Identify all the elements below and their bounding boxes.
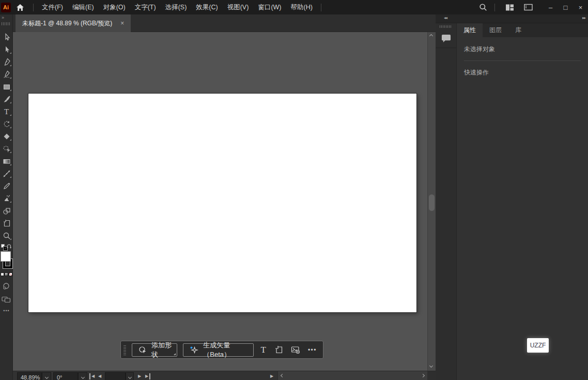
- taskbar-drag-grip[interactable]: [123, 345, 126, 355]
- tab-close-icon[interactable]: ×: [120, 20, 124, 27]
- canvas-area[interactable]: 添加形状 生成矢量 （Beta） T •••: [13, 32, 436, 371]
- panel-divider: [464, 60, 581, 61]
- import-image-button[interactable]: [290, 345, 301, 354]
- scroll-left-icon[interactable]: [281, 374, 284, 377]
- draw-mode-icon[interactable]: [2, 282, 10, 291]
- add-text-button[interactable]: T: [259, 345, 268, 355]
- document-tab-bar: 未标题-1 @ 48.89 % (RGB/预览) ×: [13, 14, 436, 32]
- selection-tool[interactable]: [0, 31, 13, 43]
- eraser-tool[interactable]: [0, 130, 13, 143]
- uzzf-watermark-badge: UZZF: [527, 338, 549, 353]
- rotate-tool[interactable]: [0, 118, 13, 130]
- menu-object[interactable]: 对象(O): [99, 0, 130, 14]
- menubar-right: – □ ×: [475, 0, 588, 14]
- rotation-field[interactable]: 0°: [53, 372, 78, 380]
- illustrator-window: Ai 文件(F) 编辑(E) 对象(O) 文字(T) 选择(S) 效果(C) 视…: [0, 0, 588, 380]
- contextual-task-bar: 添加形状 生成矢量 （Beta） T •••: [120, 341, 323, 359]
- curvature-tool[interactable]: [0, 68, 13, 81]
- generate-vector-label: 生成矢量 （Beta）: [203, 341, 247, 359]
- no-selection-text: 未选择对象: [464, 45, 588, 54]
- artboard[interactable]: [28, 94, 416, 312]
- fill-color-swatch[interactable]: [1, 251, 11, 262]
- maximize-button[interactable]: □: [558, 0, 573, 14]
- play-icon[interactable]: ▶: [270, 373, 273, 379]
- gradient-button[interactable]: [5, 272, 8, 276]
- minimize-button[interactable]: –: [543, 0, 558, 14]
- previous-artboard-button[interactable]: ◀: [98, 373, 101, 379]
- tools-panel: » T: [0, 14, 13, 380]
- screen-mode-icon[interactable]: [2, 295, 11, 303]
- menu-file[interactable]: 文件(F): [37, 0, 68, 14]
- zoom-tool[interactable]: [0, 230, 13, 242]
- scroll-up-icon[interactable]: [429, 34, 433, 38]
- expand-panels-icon[interactable]: ▸▸: [582, 16, 585, 20]
- menu-help[interactable]: 帮助(H): [286, 0, 317, 14]
- paintbrush-tool[interactable]: [0, 93, 13, 105]
- workspace-switcher-icon[interactable]: [502, 4, 517, 11]
- zoom-dropdown-button[interactable]: [42, 372, 51, 380]
- add-artboard-button[interactable]: [273, 345, 284, 354]
- artboard-dropdown-button[interactable]: [126, 372, 134, 380]
- menu-view[interactable]: 视图(V): [223, 0, 254, 14]
- toolbar-expand-icon[interactable]: »: [2, 15, 4, 20]
- document-tab-title: 未标题-1 @ 48.89 % (RGB/预览): [22, 19, 112, 28]
- menu-window[interactable]: 窗口(W): [253, 0, 286, 14]
- toolbar-drag-grip[interactable]: [2, 22, 11, 25]
- direct-selection-tool[interactable]: [0, 43, 13, 56]
- collapse-panels-icon[interactable]: ◂◂: [444, 16, 447, 20]
- type-tool[interactable]: T: [0, 105, 13, 118]
- panel-tab-bar: 属性 图层 库: [457, 23, 588, 37]
- artboard-tool[interactable]: [0, 217, 13, 230]
- generate-vector-button[interactable]: 生成矢量 （Beta）: [183, 343, 253, 357]
- first-artboard-button[interactable]: ◀: [89, 373, 95, 379]
- add-shape-icon: [137, 346, 148, 354]
- rectangle-tool[interactable]: [0, 81, 13, 93]
- rotation-dropdown-button[interactable]: [78, 372, 87, 380]
- next-artboard-button[interactable]: ▶: [138, 373, 141, 379]
- menu-effect[interactable]: 效果(C): [191, 0, 222, 14]
- add-shape-button[interactable]: 添加形状: [132, 343, 177, 357]
- tab-libraries[interactable]: 库: [508, 23, 528, 37]
- window-controls: – □ ×: [543, 0, 588, 14]
- edit-toolbar-more-icon[interactable]: •••: [0, 308, 13, 313]
- menu-type[interactable]: 文字(T): [130, 0, 161, 14]
- menu-edit[interactable]: 编辑(E): [68, 0, 99, 14]
- swap-fill-stroke-icon[interactable]: [6, 244, 12, 249]
- zoom-level-field[interactable]: 48.89%: [17, 372, 42, 380]
- menu-select[interactable]: 选择(S): [161, 0, 192, 14]
- chevron-down-icon: [128, 375, 131, 379]
- color-mode-bar: [1, 272, 12, 276]
- scroll-right-icon[interactable]: [421, 374, 425, 377]
- tab-properties[interactable]: 属性: [457, 23, 483, 37]
- close-button[interactable]: ×: [573, 0, 588, 14]
- artboard-number-field[interactable]: [105, 372, 126, 380]
- symbol-sprayer-tool[interactable]: [0, 192, 13, 205]
- panel-collapse-header: ◂◂ ▸▸: [436, 14, 588, 23]
- tab-layers[interactable]: 图层: [483, 23, 508, 37]
- vertical-scrollbar-thumb[interactable]: [429, 194, 435, 211]
- arrange-documents-icon[interactable]: [520, 4, 536, 11]
- taskbar-more-icon[interactable]: •••: [307, 346, 318, 354]
- status-bar: 48.89% 0° ◀ ◀ ▶ ▶ ▶: [13, 371, 436, 380]
- document-tab[interactable]: 未标题-1 @ 48.89 % (RGB/预览) ×: [16, 14, 131, 32]
- color-button[interactable]: [1, 272, 4, 276]
- chevron-down-icon: [81, 375, 84, 379]
- shape-builder-tool[interactable]: [0, 205, 13, 217]
- gradient-tool[interactable]: [0, 155, 13, 168]
- pen-tool[interactable]: [0, 56, 13, 68]
- none-button[interactable]: [9, 272, 12, 276]
- panel-icon-strip: [436, 23, 457, 380]
- horizontal-scrollbar[interactable]: [277, 371, 436, 380]
- search-icon[interactable]: [475, 3, 491, 11]
- eyedropper-tool[interactable]: [0, 180, 13, 192]
- shaper-tool[interactable]: [0, 143, 13, 155]
- strip-drag-grip[interactable]: [440, 25, 452, 28]
- width-tool[interactable]: [0, 168, 13, 180]
- scroll-down-icon[interactable]: [429, 364, 433, 368]
- scrollbar-corner: [427, 371, 436, 380]
- home-icon[interactable]: [11, 4, 29, 11]
- menu-divider: [33, 4, 34, 11]
- last-artboard-button[interactable]: ▶: [145, 373, 150, 379]
- comments-panel-button[interactable]: [436, 29, 456, 48]
- vertical-scrollbar[interactable]: [427, 32, 436, 371]
